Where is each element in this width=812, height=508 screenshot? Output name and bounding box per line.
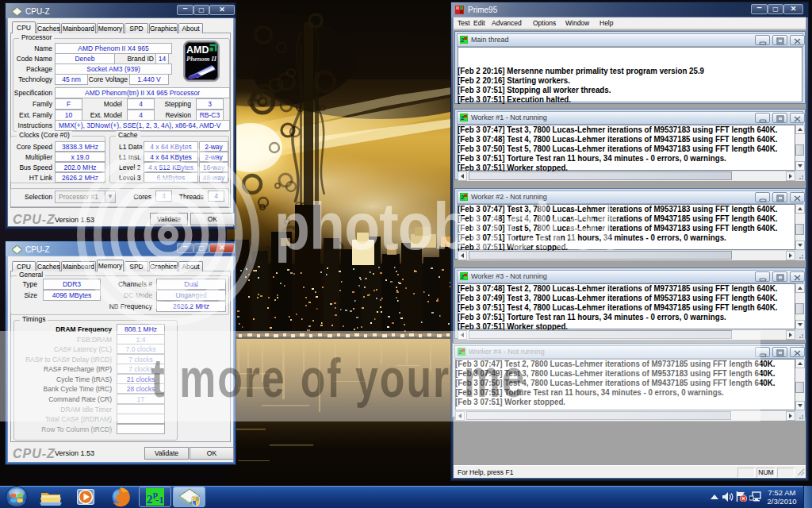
svg-text:-1: -1 [155, 494, 164, 506]
svg-text:AMD: AMD [186, 44, 209, 56]
svg-text:Phenom II: Phenom II [186, 55, 217, 63]
svg-text:2: 2 [147, 493, 153, 506]
